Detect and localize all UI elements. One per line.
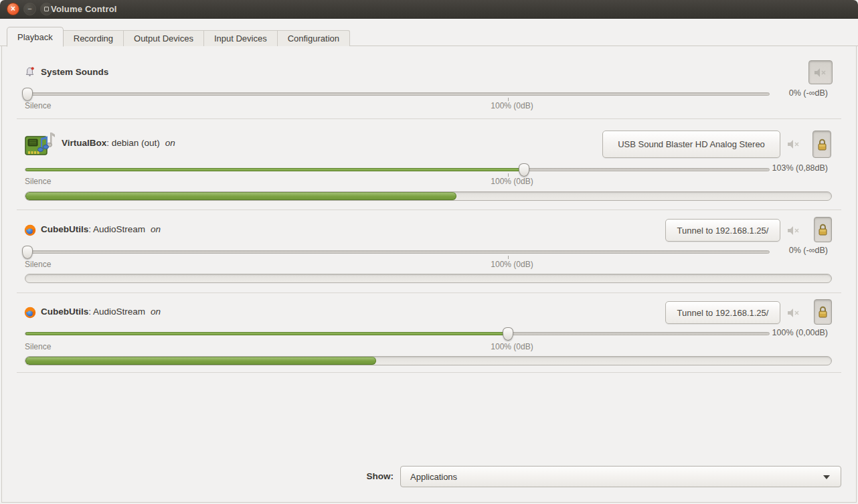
stream-title: CubebUtils: AudioStreamon — [41, 224, 161, 234]
volume-value: 0% (-∞dB) — [789, 246, 828, 255]
slider-handle[interactable] — [22, 88, 33, 101]
lock-channels-button[interactable] — [814, 299, 832, 325]
device-button[interactable]: Tunnel to 192.168.1.25/ — [665, 219, 780, 242]
slider-track[interactable] — [25, 332, 770, 335]
peak-meter — [25, 274, 832, 283]
base-volume-label: 100% (0dB) — [491, 101, 533, 110]
slider-track[interactable] — [25, 168, 770, 171]
window-title: Volume Control — [51, 4, 117, 14]
tab-recording[interactable]: Recording — [63, 30, 124, 46]
base-volume-label: 100% (0dB) — [491, 342, 533, 351]
volume-value: 103% (0,88dB) — [772, 163, 828, 173]
lock-channels-button[interactable] — [812, 131, 831, 158]
muted-speaker-icon — [814, 68, 827, 78]
tab-output-devices[interactable]: Output Devices — [123, 30, 204, 46]
titlebar: × − Volume Control — [0, 0, 858, 19]
separator — [17, 372, 841, 373]
stream-title: VirtualBox: debian (out)on — [62, 138, 175, 148]
window-controls: × − — [7, 3, 53, 15]
mute-toggle-button[interactable] — [786, 307, 801, 318]
muted-speaker-icon — [787, 226, 800, 236]
slider-track[interactable] — [25, 250, 770, 254]
peak-meter — [25, 191, 832, 201]
show-label: Show: — [367, 471, 394, 481]
slider-handle[interactable] — [503, 327, 513, 341]
volume-slider[interactable] — [25, 245, 770, 260]
mute-toggle-button[interactable] — [808, 60, 833, 84]
lock-channels-button[interactable] — [814, 217, 832, 242]
muted-speaker-icon — [787, 308, 800, 318]
firefox-icon — [24, 224, 36, 236]
separator — [17, 292, 841, 293]
volume-slider[interactable] — [25, 87, 770, 102]
silence-label: Silence — [25, 177, 51, 186]
stream-title: System Sounds — [41, 67, 108, 77]
slider-tick-100 — [508, 256, 509, 259]
separator — [17, 209, 841, 210]
firefox-icon — [24, 307, 36, 319]
volume-control-window: × − Volume Control Playback Recording Ou… — [0, 0, 858, 504]
mute-toggle-button[interactable] — [786, 139, 801, 149]
slider-fill — [25, 168, 523, 171]
minimize-button[interactable]: − — [23, 3, 36, 15]
slider-fill — [25, 332, 508, 335]
mute-toggle-button[interactable] — [786, 225, 801, 236]
tab-input-devices[interactable]: Input Devices — [203, 30, 278, 46]
lock-icon — [817, 305, 829, 319]
volume-value: 0% (-∞dB) — [789, 88, 828, 98]
bell-icon — [24, 66, 35, 78]
base-volume-label: 100% (0dB) — [491, 260, 533, 269]
silence-label: Silence — [25, 342, 51, 351]
show-filter-dropdown[interactable]: Applications — [400, 466, 841, 487]
show-filter-value: Applications — [410, 472, 457, 482]
device-button[interactable]: USB Sound Blaster HD Analog Stereo — [602, 131, 780, 158]
separator — [17, 118, 841, 119]
peak-meter — [25, 356, 832, 365]
tab-configuration[interactable]: Configuration — [277, 30, 350, 46]
base-volume-label: 100% (0dB) — [491, 177, 533, 186]
device-button[interactable]: Tunnel to 192.168.1.25/ — [665, 301, 780, 324]
silence-label: Silence — [25, 260, 51, 269]
volume-slider[interactable] — [25, 327, 770, 341]
audio-card-icon — [24, 129, 56, 161]
slider-track[interactable] — [25, 92, 770, 96]
stream-title: CubebUtils: AudioStreamon — [41, 307, 161, 317]
muted-speaker-icon — [787, 139, 800, 149]
volume-value: 100% (0,00dB) — [772, 328, 828, 337]
slider-handle[interactable] — [22, 246, 33, 259]
lock-icon — [817, 223, 829, 236]
lock-icon — [817, 138, 828, 151]
peak-meter-fill — [25, 357, 376, 365]
slider-handle[interactable] — [519, 163, 529, 177]
peak-meter-fill — [25, 192, 456, 200]
close-button[interactable]: × — [7, 3, 19, 15]
silence-label: Silence — [25, 101, 51, 110]
chevron-down-icon — [823, 475, 830, 479]
volume-slider[interactable] — [25, 163, 770, 177]
tab-bar: Playback Recording Output Devices Input … — [0, 19, 858, 46]
tab-playback[interactable]: Playback — [7, 27, 64, 47]
